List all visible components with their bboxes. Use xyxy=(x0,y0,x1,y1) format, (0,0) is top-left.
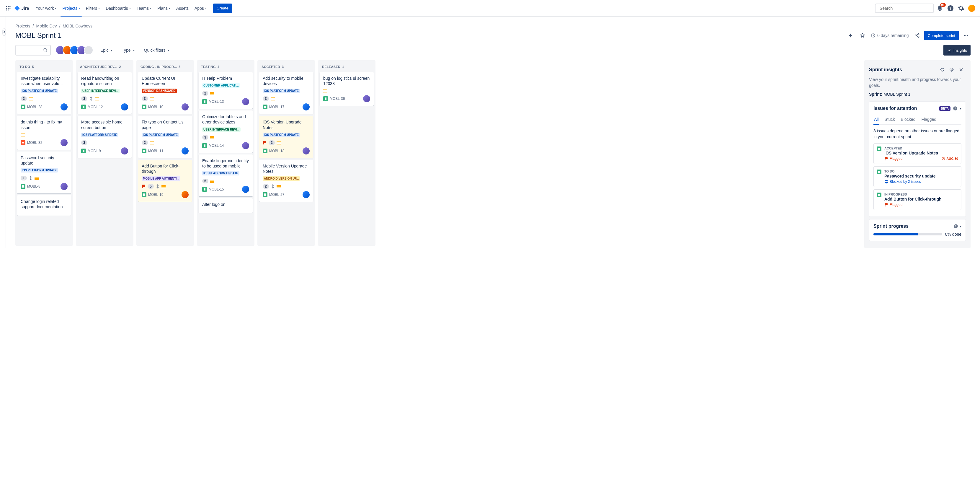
profile-avatar[interactable] xyxy=(967,3,977,13)
attention-item[interactable]: IN PROGRESS Add Button for Click-through… xyxy=(873,189,961,210)
breadcrumb-projects[interactable]: Projects xyxy=(15,24,30,28)
issue-key[interactable]: MOBL-36 xyxy=(330,97,345,101)
issue-key[interactable]: MOBL-19 xyxy=(148,193,163,197)
issue-key[interactable]: MOBL-11 xyxy=(148,149,163,153)
assignee-avatar[interactable] xyxy=(242,142,249,149)
star-icon[interactable] xyxy=(858,31,867,40)
epic-label[interactable]: IOS PLATFORM UPDATE xyxy=(21,168,58,172)
add-people-icon[interactable] xyxy=(84,45,93,55)
share-icon[interactable] xyxy=(912,31,922,40)
epic-label[interactable]: IOS PLATFORM UPDATE xyxy=(21,89,58,93)
assignee-avatar[interactable] xyxy=(60,183,68,190)
issue-key[interactable]: MOBL-12 xyxy=(88,105,103,109)
nav-filters[interactable]: Filters▾ xyxy=(83,0,103,16)
assignee-avatar[interactable] xyxy=(363,95,370,102)
issue-card[interactable]: Add security to mobile devicesIOS PLATFO… xyxy=(259,72,313,114)
epic-label[interactable]: CUSTOMER APPLICATI... xyxy=(202,83,240,88)
assignee-avatar[interactable] xyxy=(181,191,189,198)
issue-key[interactable]: MOBL-27 xyxy=(269,193,284,197)
column-header[interactable]: TO DO5 xyxy=(17,62,71,72)
issue-card[interactable]: IT Help ProblemCUSTOMER APPLICATI...2MOB… xyxy=(199,72,253,109)
refresh-icon[interactable] xyxy=(937,65,947,75)
assignee-avatar[interactable] xyxy=(181,104,189,110)
issue-key[interactable]: MOBL-10 xyxy=(148,105,163,109)
epic-label[interactable]: IOS PLATFORM UPDATE xyxy=(263,89,300,93)
column-header[interactable]: TESTING4 xyxy=(199,62,253,72)
column-header[interactable]: ACCEPTED3 xyxy=(259,62,313,72)
tab-all[interactable]: All xyxy=(873,115,879,124)
tab-blocked[interactable]: Blocked xyxy=(900,115,916,124)
assignee-avatar[interactable] xyxy=(60,139,68,146)
notifications-button[interactable]: 9+ xyxy=(935,3,945,13)
issue-card[interactable]: Change login related support documentati… xyxy=(17,195,71,215)
breadcrumb-mobl-cowboys[interactable]: MOBL Cowboys xyxy=(62,24,92,28)
epic-label[interactable]: IOS PLATFORM UPDATE xyxy=(202,171,239,175)
issue-card[interactable]: Fix typo on Contact Us pageIOS PLATFORM … xyxy=(138,116,192,158)
settings-button[interactable] xyxy=(956,3,966,13)
issue-key[interactable]: MOBL-17 xyxy=(269,105,284,109)
sidebar-expand-button[interactable] xyxy=(2,28,6,35)
quick-filters[interactable]: Quick filters▾ xyxy=(142,46,172,54)
issue-card[interactable]: Password security updateIOS PLATFORM UPD… xyxy=(17,152,71,193)
nav-apps[interactable]: Apps▾ xyxy=(192,0,210,16)
epic-label[interactable]: IOS PLATFORM UPDATE xyxy=(263,132,300,137)
column-header[interactable]: RELEASED1 xyxy=(320,62,374,72)
assignee-avatar[interactable] xyxy=(302,104,310,110)
column-header[interactable]: ARCHITECTURE REV...2 xyxy=(78,62,132,72)
help-icon[interactable]: ? xyxy=(953,106,958,111)
issue-key[interactable]: MOBL-15 xyxy=(209,187,224,191)
create-button[interactable]: Create xyxy=(213,3,232,13)
global-search[interactable] xyxy=(875,3,934,13)
attention-item[interactable]: ACCEPTED iOS Version Upgrade Notes Flagg… xyxy=(873,143,961,164)
issue-card[interactable]: do this thing - to fix my issueMOBL-32 xyxy=(17,116,71,150)
issue-card[interactable]: Alter logo on xyxy=(199,198,253,213)
issue-card[interactable]: Update Current UI HomescreenVENDOR DASHB… xyxy=(138,72,192,114)
epic-label[interactable]: IOS PLATFORM UPDATE xyxy=(81,132,118,137)
issue-key[interactable]: MOBL-13 xyxy=(209,99,224,104)
tab-flagged[interactable]: Flagged xyxy=(921,115,937,124)
nav-your-work[interactable]: Your work▾ xyxy=(33,0,60,16)
epic-filter[interactable]: Epic▾ xyxy=(98,46,115,54)
chevron-down-icon[interactable]: ▾ xyxy=(960,107,961,110)
issue-card[interactable]: More accessible home screen buttonIOS PL… xyxy=(78,116,132,158)
assignee-avatar[interactable] xyxy=(121,104,128,110)
assignee-avatar[interactable] xyxy=(242,186,249,193)
settings-icon[interactable] xyxy=(947,65,956,75)
issue-card[interactable]: Read handwriting on signature screenUSER… xyxy=(78,72,132,114)
issue-key[interactable]: MOBL-32 xyxy=(27,140,42,145)
jira-logo[interactable]: Jira xyxy=(14,5,29,11)
nav-dashboards[interactable]: Dashboards▾ xyxy=(103,0,134,16)
issue-key[interactable]: MOBL-14 xyxy=(209,144,224,148)
assignee-avatar[interactable] xyxy=(242,98,249,105)
issue-key[interactable]: MOBL-28 xyxy=(27,105,42,109)
issue-card[interactable]: bug on logistics ui screen 12038MOBL-36 xyxy=(320,72,374,106)
epic-label[interactable]: MOBILE APP AUTHENTI... xyxy=(142,176,180,181)
attention-item[interactable]: TO DO Password security update Blocked b… xyxy=(873,166,961,187)
assignee-avatar[interactable] xyxy=(302,191,310,198)
nav-projects[interactable]: Projects▾ xyxy=(59,0,83,16)
more-actions-icon[interactable] xyxy=(961,31,970,40)
complete-sprint-button[interactable]: Complete sprint xyxy=(924,31,959,40)
assignee-avatar[interactable] xyxy=(121,147,128,155)
epic-label[interactable]: VENDOR DASHBOARD xyxy=(142,89,177,93)
close-icon[interactable] xyxy=(956,65,966,75)
breadcrumb-mobile-dev[interactable]: Mobile Dev xyxy=(36,24,57,28)
help-icon[interactable]: ? xyxy=(953,224,958,229)
issue-key[interactable]: MOBL-18 xyxy=(269,149,284,153)
automation-icon[interactable] xyxy=(846,31,856,40)
epic-label[interactable]: IOS PLATFORM UPDATE xyxy=(142,132,179,137)
app-switcher-icon[interactable] xyxy=(3,3,13,13)
search-input[interactable] xyxy=(880,6,931,11)
epic-label[interactable]: ANDROID VERSION UP... xyxy=(263,176,300,181)
assignee-avatar[interactable] xyxy=(302,147,310,155)
tab-stuck[interactable]: Stuck xyxy=(884,115,896,124)
issue-card[interactable]: Enable fingerprint identity to be used o… xyxy=(199,155,253,196)
insights-button[interactable]: Insights xyxy=(943,45,970,56)
epic-label[interactable]: USER INTERFACE REVI... xyxy=(202,127,240,132)
issue-card[interactable]: Investigate scalability issue when user … xyxy=(17,72,71,114)
board-search[interactable] xyxy=(15,45,51,56)
assignee-avatar[interactable] xyxy=(181,147,189,155)
issue-card[interactable]: Mobile Version Upgrade NotesANDROID VERS… xyxy=(259,160,313,202)
issue-card[interactable]: Optimize for tablets and other device si… xyxy=(199,110,253,152)
issue-key[interactable]: MOBL-9 xyxy=(88,149,101,153)
